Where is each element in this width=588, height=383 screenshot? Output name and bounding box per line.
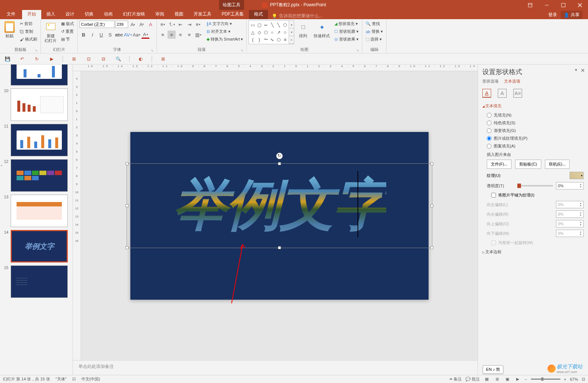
radio-picture-fill[interactable] [487,136,492,141]
tile-checkbox[interactable] [491,193,496,198]
minimize-button[interactable] [538,0,555,10]
shape-outline-button[interactable]: ☐形状轮廓 ▾ [333,28,360,35]
font-size-input[interactable] [115,21,128,28]
insert-clipboard-button[interactable]: 剪贴板(C) [515,160,541,169]
align-text-button[interactable]: ⊟对齐文本 ▾ [205,28,244,35]
resize-handle-s[interactable] [278,246,281,249]
thumbnail-slide-10[interactable]: 10 [0,87,73,122]
ime-indicator[interactable]: EN ♪ 简 [483,365,503,374]
qat-btn-1[interactable]: ⊞ [70,55,78,63]
offset-right-spin[interactable]: 0%▲▼ [556,210,584,218]
align-center-button[interactable]: ≡ [168,31,176,39]
tab-format[interactable]: 格式 [249,9,268,19]
tellme-search[interactable]: 💡 告诉我您想要做什么... [272,13,323,19]
resize-handle-w[interactable] [126,204,128,207]
bullets-button[interactable]: ≡ [159,20,167,28]
sorter-view-button[interactable]: ⊞ [494,376,500,382]
paragraph-launcher[interactable]: ⤡ [241,49,244,52]
section-text-fill[interactable]: 文本填充 [482,103,584,109]
insert-file-button[interactable]: 文件(F)... [487,160,511,169]
zoom-level[interactable]: 67% [570,377,578,382]
thumbnail-slide-9[interactable] [0,65,73,87]
save-button[interactable]: 💾 [4,55,11,63]
find-button[interactable]: 🔍查找 [364,20,384,27]
decrease-indent-button[interactable]: ⇤ [176,20,184,28]
smartart-button[interactable]: ◆转换为 SmartArt ▾ [205,36,244,43]
quick-styles-button[interactable]: ◆ 快速样式 [312,20,332,39]
tab-home[interactable]: 开始 [22,9,41,19]
comments-toggle[interactable]: 💬 批注 [465,376,480,382]
spacing-button[interactable]: AV [124,31,132,39]
notes-toggle[interactable]: ≐ 备注 [449,376,462,382]
radio-gradient-fill[interactable] [487,128,492,133]
pane-tab-text[interactable]: 文本选项 [504,79,520,85]
slide-thumbnails[interactable]: 10 11 12 * 13 14 举例文字 15 • ·············… [0,65,73,375]
spellcheck-icon[interactable]: ☑ [72,377,76,382]
select-button[interactable]: ⬚选择 ▾ [364,36,384,43]
qat-btn-3[interactable]: ⊟ [100,55,107,63]
qat-btn-6[interactable]: ⊞ [159,55,167,63]
font-color-button[interactable]: A [141,31,149,39]
shape-effects-button[interactable]: ◎形状效果 ▾ [333,36,360,43]
share-button[interactable]: 👤共享 [561,11,582,19]
reset-button[interactable]: ↺重置 [60,28,75,35]
radio-no-fill[interactable] [487,113,492,118]
offset-top-spin[interactable]: 0%▲▼ [556,220,584,227]
drawing-launcher[interactable]: ⤡ [356,49,359,52]
align-right-button[interactable]: ≡ [176,31,184,39]
rotate-handle[interactable]: ↻ [276,153,283,159]
tab-transitions[interactable]: 切换 [80,9,99,19]
tab-slideshow[interactable]: 幻灯片放映 [118,9,150,19]
italic-button[interactable]: I [88,31,96,39]
normal-view-button[interactable]: ▦ [483,376,490,382]
strike-button[interactable]: abc [115,31,123,39]
start-show-button[interactable]: ▶ [48,55,55,63]
fit-window-button[interactable]: ⊡ [582,377,585,382]
shape-fill-button[interactable]: ◢形状填充 ▾ [333,20,360,27]
texture-dropdown[interactable]: ▾ [570,172,584,179]
cut-button[interactable]: ✂剪切 [18,20,39,27]
columns-button[interactable]: ▥ [194,31,202,39]
arrange-button[interactable]: ⬚ 排列 [295,20,311,39]
section-text-outline[interactable]: 文本边框 [482,249,584,255]
slideshow-view-button[interactable]: ▶ [514,376,521,382]
tab-view[interactable]: 视图 [169,9,189,19]
close-button[interactable] [571,0,588,10]
shadow-button[interactable]: S [106,31,114,39]
text-direction-button[interactable]: ‖A文字方向 ▾ [205,20,244,27]
thumbnail-slide-15[interactable]: 15 • ························• ·········… [0,264,73,299]
zoom-slider[interactable] [531,379,560,380]
resize-handle-nw[interactable] [126,162,128,165]
thumbnail-slide-11[interactable]: 11 [0,122,73,158]
layout-button[interactable]: ▦版式 [60,20,75,27]
resize-handle-sw[interactable] [126,246,128,249]
clear-format-button[interactable]: A [147,20,155,28]
zoom-out-button[interactable]: − [525,377,527,382]
redo-button[interactable]: ↻ [33,55,41,63]
resize-handle-n[interactable] [278,162,281,165]
tab-file[interactable]: 文件 [0,9,22,19]
transparency-slider[interactable] [517,185,553,187]
replace-button[interactable]: ab替换 ▾ [364,28,384,35]
qat-btn-5[interactable]: ◐ [137,55,144,63]
thumbnail-slide-13[interactable]: 13 [0,193,73,229]
line-spacing-button[interactable]: ≡ [194,20,202,28]
font-name-input[interactable] [80,21,115,28]
tab-pdf[interactable]: PDF工具集 [216,9,249,19]
section-button[interactable]: ▤节 [60,36,75,43]
current-slide[interactable]: ↻ 举例文字 [130,132,429,300]
tab-review[interactable]: 审阅 [150,9,169,19]
thumbnail-slide-14[interactable]: 14 举例文字 [0,229,73,264]
horizontal-ruler[interactable]: 16 · 15 · 14 · 13 · 12 · 11 · 10 · 9 · 8… [73,65,478,71]
tab-design[interactable]: 设计 [60,9,80,19]
notes-pane[interactable]: 单击此处添加备注 [73,360,478,375]
thumbnail-slide-12[interactable]: 12 * [0,158,73,193]
resize-handle-e[interactable] [430,204,433,207]
qat-btn-4[interactable]: 🔍 [115,55,122,63]
shrink-font-button[interactable]: A▾ [138,20,146,28]
copy-button[interactable]: ⿻复制 [18,28,39,35]
case-button[interactable]: Aa [133,31,141,39]
format-painter-button[interactable]: 🖌格式刷 [18,36,39,43]
pane-menu-icon[interactable]: ▼ [574,68,578,72]
text-fill-icon[interactable]: A [482,89,491,98]
